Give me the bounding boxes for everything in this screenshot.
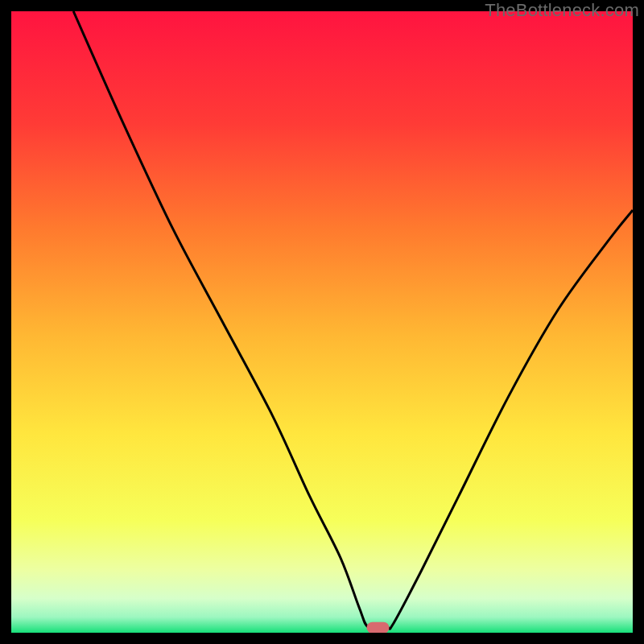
watermark-text: TheBottleneck.com <box>485 0 639 21</box>
optimal-marker <box>366 622 389 633</box>
bottleneck-chart <box>11 11 633 633</box>
chart-frame <box>11 11 633 633</box>
gradient-background <box>11 11 633 633</box>
